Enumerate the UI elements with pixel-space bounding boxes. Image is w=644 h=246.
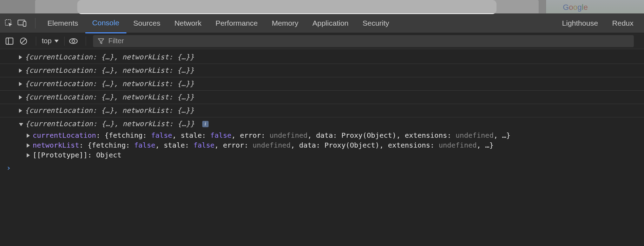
log-entry-expanded[interactable]: {currentLocation: {…}, networkList: {…}}…	[0, 117, 644, 130]
tab-lighthouse[interactable]: Lighthouse	[555, 13, 605, 33]
tab-elements[interactable]: Elements	[40, 13, 85, 33]
info-badge-icon[interactable]: i	[202, 121, 209, 127]
expand-arrow-icon[interactable]	[27, 153, 30, 157]
chevron-down-icon	[54, 40, 59, 43]
object-preview: {currentLocation: {…}, networkList: {…}}…	[25, 119, 209, 128]
console-prompt[interactable]: ›	[0, 160, 644, 172]
divider	[86, 37, 86, 46]
log-entry[interactable]: {currentLocation: {…}, networkList: {…}}	[0, 51, 644, 64]
log-entry[interactable]: {currentLocation: {…}, networkList: {…}}	[0, 91, 644, 104]
collapse-arrow-icon[interactable]	[19, 123, 23, 126]
expand-arrow-icon[interactable]	[19, 55, 22, 59]
expand-arrow-icon[interactable]	[19, 109, 22, 113]
property-line: currentLocation: {fetching: false, stale…	[33, 131, 511, 140]
object-preview: {currentLocation: {…}, networkList: {…}}	[25, 106, 194, 115]
tab-redux[interactable]: Redux	[605, 13, 640, 33]
filter-input[interactable]	[108, 37, 629, 45]
context-label: top	[42, 37, 52, 45]
svg-line-6	[21, 39, 26, 43]
tab-performance[interactable]: Performance	[209, 13, 265, 33]
object-preview: {currentLocation: {…}, networkList: {…}}	[25, 53, 194, 61]
expand-arrow-icon[interactable]	[27, 143, 30, 148]
divider	[64, 37, 65, 46]
expand-arrow-icon[interactable]	[19, 82, 22, 86]
expand-arrow-icon[interactable]	[19, 69, 22, 73]
log-entry[interactable]: {currentLocation: {…}, networkList: {…}}	[0, 104, 644, 117]
expand-arrow-icon[interactable]	[19, 95, 22, 99]
devtools-tabbar: Elements Console Sources Network Perform…	[0, 13, 644, 33]
console-output: {currentLocation: {…}, networkList: {…}}…	[0, 49, 644, 172]
object-prototype[interactable]: [[Prototype]]: Object	[27, 150, 644, 160]
filter-input-wrap[interactable]	[93, 35, 634, 47]
expand-arrow-icon[interactable]	[27, 134, 30, 138]
console-toolbar: top	[0, 33, 644, 49]
divider	[35, 18, 35, 28]
inspect-element-icon[interactable]	[4, 18, 14, 28]
filter-icon	[98, 38, 104, 44]
object-preview: {currentLocation: {…}, networkList: {…}}	[25, 66, 194, 75]
tab-network[interactable]: Network	[167, 13, 209, 33]
live-expression-icon[interactable]	[68, 36, 79, 46]
svg-rect-3	[6, 38, 13, 44]
tab-sources[interactable]: Sources	[126, 13, 167, 33]
svg-point-7	[72, 40, 75, 43]
object-preview: {currentLocation: {…}, networkList: {…}}	[25, 79, 194, 88]
property-line: networkList: {fetching: false, stale: fa…	[33, 141, 494, 149]
tab-security[interactable]: Security	[355, 13, 396, 33]
object-property[interactable]: currentLocation: {fetching: false, stale…	[27, 130, 644, 140]
log-entry[interactable]: {currentLocation: {…}, networkList: {…}}	[0, 77, 644, 91]
dim-overlay	[0, 0, 644, 13]
context-selector[interactable]: top	[40, 37, 61, 45]
divider	[36, 37, 36, 46]
tab-console[interactable]: Console	[85, 14, 126, 33]
clear-console-icon[interactable]	[18, 36, 29, 46]
svg-rect-2	[23, 21, 26, 26]
tab-memory[interactable]: Memory	[265, 13, 305, 33]
expanded-children: currentLocation: {fetching: false, stale…	[0, 130, 644, 160]
toggle-sidebar-icon[interactable]	[4, 36, 15, 46]
tab-application[interactable]: Application	[305, 13, 356, 33]
log-entry[interactable]: {currentLocation: {…}, networkList: {…}}	[0, 64, 644, 77]
device-toolbar-icon[interactable]	[17, 18, 27, 28]
object-preview: {currentLocation: {…}, networkList: {…}}	[25, 93, 194, 101]
property-line: [[Prototype]]: Object	[33, 151, 121, 159]
object-property[interactable]: networkList: {fetching: false, stale: fa…	[27, 140, 644, 150]
